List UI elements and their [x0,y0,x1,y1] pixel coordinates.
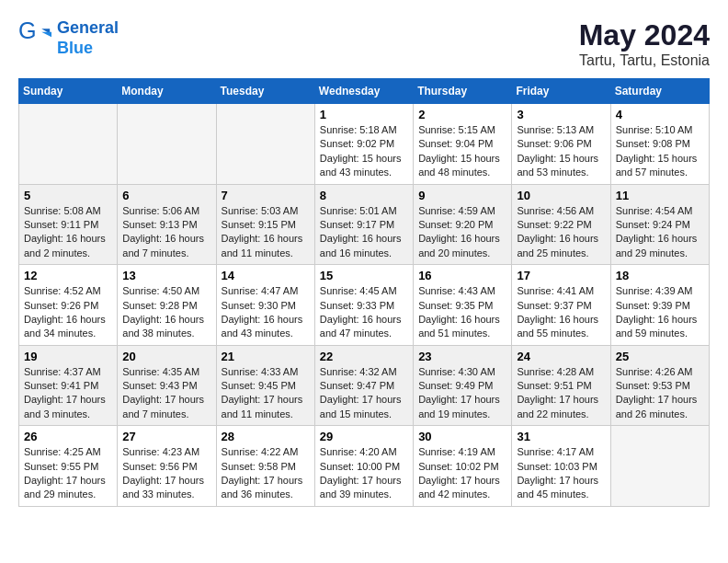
calendar-cell: 19Sunrise: 4:37 AM Sunset: 9:41 PM Dayli… [19,345,118,426]
calendar-cell: 28Sunrise: 4:22 AM Sunset: 9:58 PM Dayli… [216,426,314,507]
logo-icon: G [18,22,51,55]
calendar-cell: 7Sunrise: 5:03 AM Sunset: 9:15 PM Daylig… [216,184,314,265]
calendar-cell: 22Sunrise: 4:32 AM Sunset: 9:47 PM Dayli… [314,345,413,426]
calendar-cell: 1Sunrise: 5:18 AM Sunset: 9:02 PM Daylig… [314,104,413,185]
day-number: 26 [24,430,112,443]
day-info: Sunrise: 4:23 AM Sunset: 9:56 PM Dayligh… [122,445,210,502]
day-number: 21 [222,350,310,363]
calendar-cell: 5Sunrise: 5:08 AM Sunset: 9:11 PM Daylig… [19,184,118,265]
day-number: 4 [616,108,704,121]
day-number: 23 [418,350,506,363]
day-number: 3 [517,108,605,121]
page-header: G General Blue May 2024 Tartu, Tartu, Es… [18,18,710,69]
calendar-cell: 29Sunrise: 4:20 AM Sunset: 10:00 PM Dayl… [314,426,413,507]
day-info: Sunrise: 5:08 AM Sunset: 9:11 PM Dayligh… [24,204,112,261]
calendar-week-row: 26Sunrise: 4:25 AM Sunset: 9:55 PM Dayli… [19,426,710,507]
day-info: Sunrise: 4:17 AM Sunset: 10:03 PM Daylig… [517,445,605,502]
day-number: 12 [24,269,112,282]
day-number: 29 [320,430,408,443]
day-number: 7 [222,189,310,202]
day-info: Sunrise: 5:06 AM Sunset: 9:13 PM Dayligh… [122,204,210,261]
weekday-header-saturday: Saturday [610,79,709,104]
calendar-cell: 23Sunrise: 4:30 AM Sunset: 9:49 PM Dayli… [414,345,512,426]
day-info: Sunrise: 4:35 AM Sunset: 9:43 PM Dayligh… [122,365,210,422]
day-number: 25 [616,350,704,363]
day-info: Sunrise: 4:50 AM Sunset: 9:28 PM Dayligh… [122,284,210,341]
calendar-header-row: SundayMondayTuesdayWednesdayThursdayFrid… [19,79,710,104]
calendar-cell: 4Sunrise: 5:10 AM Sunset: 9:08 PM Daylig… [610,104,709,185]
svg-text:G: G [18,22,37,43]
day-info: Sunrise: 5:03 AM Sunset: 9:15 PM Dayligh… [222,204,310,261]
day-number: 18 [616,269,704,282]
calendar-cell [610,426,709,507]
calendar-cell: 3Sunrise: 5:13 AM Sunset: 9:06 PM Daylig… [512,104,610,185]
calendar-cell: 14Sunrise: 4:47 AM Sunset: 9:30 PM Dayli… [216,265,314,346]
day-number: 1 [320,108,408,121]
calendar-cell: 2Sunrise: 5:15 AM Sunset: 9:04 PM Daylig… [414,104,512,185]
day-info: Sunrise: 5:01 AM Sunset: 9:17 PM Dayligh… [320,204,408,261]
day-number: 28 [222,430,310,443]
day-info: Sunrise: 4:33 AM Sunset: 9:45 PM Dayligh… [222,365,310,422]
day-number: 2 [418,108,506,121]
calendar-cell: 21Sunrise: 4:33 AM Sunset: 9:45 PM Dayli… [216,345,314,426]
calendar-cell: 20Sunrise: 4:35 AM Sunset: 9:43 PM Dayli… [118,345,216,426]
calendar-cell: 31Sunrise: 4:17 AM Sunset: 10:03 PM Dayl… [512,426,610,507]
logo-text: General Blue [57,18,119,58]
day-info: Sunrise: 4:41 AM Sunset: 9:37 PM Dayligh… [517,284,605,341]
day-number: 22 [320,350,408,363]
day-number: 24 [517,350,605,363]
day-number: 13 [122,269,210,282]
calendar-table: SundayMondayTuesdayWednesdayThursdayFrid… [18,78,710,507]
day-info: Sunrise: 5:18 AM Sunset: 9:02 PM Dayligh… [320,123,408,180]
day-number: 19 [24,350,112,363]
calendar-cell: 13Sunrise: 4:50 AM Sunset: 9:28 PM Dayli… [118,265,216,346]
day-info: Sunrise: 4:52 AM Sunset: 9:26 PM Dayligh… [24,284,112,341]
day-number: 31 [517,430,605,443]
day-number: 20 [122,350,210,363]
weekday-header-monday: Monday [118,79,216,104]
calendar-week-row: 12Sunrise: 4:52 AM Sunset: 9:26 PM Dayli… [19,265,710,346]
calendar-cell: 27Sunrise: 4:23 AM Sunset: 9:56 PM Dayli… [118,426,216,507]
day-number: 5 [24,189,112,202]
weekday-header-thursday: Thursday [414,79,512,104]
day-number: 27 [122,430,210,443]
day-info: Sunrise: 4:37 AM Sunset: 9:41 PM Dayligh… [24,365,112,422]
logo: G General Blue [18,18,119,58]
day-number: 9 [418,189,506,202]
day-number: 14 [222,269,310,282]
day-info: Sunrise: 4:30 AM Sunset: 9:49 PM Dayligh… [418,365,506,422]
calendar-week-row: 19Sunrise: 4:37 AM Sunset: 9:41 PM Dayli… [19,345,710,426]
weekday-header-sunday: Sunday [19,79,118,104]
calendar-cell: 15Sunrise: 4:45 AM Sunset: 9:33 PM Dayli… [314,265,413,346]
day-info: Sunrise: 5:13 AM Sunset: 9:06 PM Dayligh… [517,123,605,180]
day-info: Sunrise: 5:15 AM Sunset: 9:04 PM Dayligh… [418,123,506,180]
calendar-week-row: 5Sunrise: 5:08 AM Sunset: 9:11 PM Daylig… [19,184,710,265]
day-number: 15 [320,269,408,282]
calendar-week-row: 1Sunrise: 5:18 AM Sunset: 9:02 PM Daylig… [19,104,710,185]
day-info: Sunrise: 4:19 AM Sunset: 10:02 PM Daylig… [418,445,506,502]
calendar-cell [118,104,216,185]
day-info: Sunrise: 4:56 AM Sunset: 9:22 PM Dayligh… [517,204,605,261]
day-info: Sunrise: 4:32 AM Sunset: 9:47 PM Dayligh… [320,365,408,422]
calendar-cell: 11Sunrise: 4:54 AM Sunset: 9:24 PM Dayli… [610,184,709,265]
calendar-cell: 16Sunrise: 4:43 AM Sunset: 9:35 PM Dayli… [414,265,512,346]
calendar-cell: 12Sunrise: 4:52 AM Sunset: 9:26 PM Dayli… [19,265,118,346]
day-info: Sunrise: 4:47 AM Sunset: 9:30 PM Dayligh… [222,284,310,341]
day-info: Sunrise: 4:28 AM Sunset: 9:51 PM Dayligh… [517,365,605,422]
day-info: Sunrise: 4:26 AM Sunset: 9:53 PM Dayligh… [616,365,704,422]
calendar-cell: 9Sunrise: 4:59 AM Sunset: 9:20 PM Daylig… [414,184,512,265]
day-info: Sunrise: 4:45 AM Sunset: 9:33 PM Dayligh… [320,284,408,341]
day-info: Sunrise: 4:59 AM Sunset: 9:20 PM Dayligh… [418,204,506,261]
calendar-cell [19,104,118,185]
month-title: May 2024 [579,18,710,52]
calendar-cell: 18Sunrise: 4:39 AM Sunset: 9:39 PM Dayli… [610,265,709,346]
day-info: Sunrise: 4:43 AM Sunset: 9:35 PM Dayligh… [418,284,506,341]
day-number: 6 [122,189,210,202]
title-section: May 2024 Tartu, Tartu, Estonia [579,18,710,69]
svg-marker-2 [41,31,51,36]
location-title: Tartu, Tartu, Estonia [579,52,710,69]
calendar-cell: 6Sunrise: 5:06 AM Sunset: 9:13 PM Daylig… [118,184,216,265]
weekday-header-tuesday: Tuesday [216,79,314,104]
day-info: Sunrise: 4:20 AM Sunset: 10:00 PM Daylig… [320,445,408,502]
calendar-cell: 17Sunrise: 4:41 AM Sunset: 9:37 PM Dayli… [512,265,610,346]
